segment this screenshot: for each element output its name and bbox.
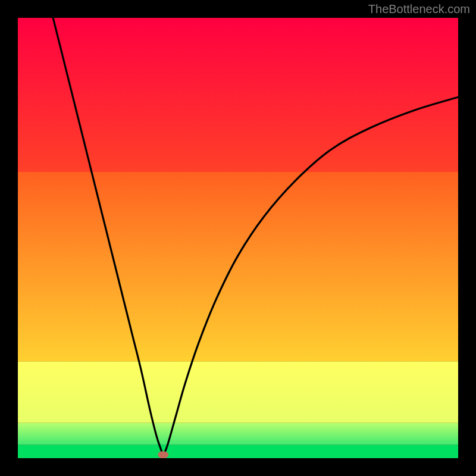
watermark-text: TheBottleneck.com	[368, 2, 470, 16]
chart-svg	[18, 18, 458, 458]
gradient-band	[18, 445, 458, 458]
minimum-marker	[158, 451, 168, 458]
chart-frame: TheBottleneck.com	[0, 0, 476, 476]
gradient-band	[18, 423, 458, 445]
gradient-band	[18, 172, 458, 361]
plot-area	[18, 18, 458, 458]
gradient-band	[18, 18, 458, 172]
gradient-band	[18, 361, 458, 423]
